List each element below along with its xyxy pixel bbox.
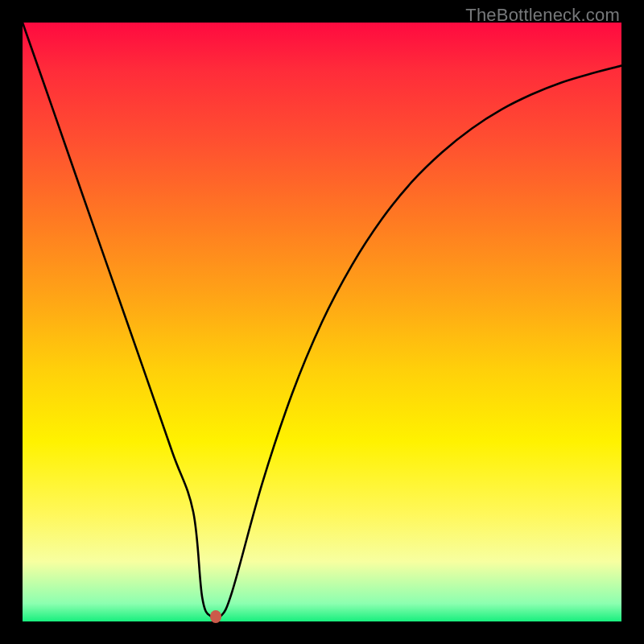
bottleneck-curve (23, 23, 621, 620)
optimum-marker (210, 610, 221, 623)
chart-frame: TheBottleneck.com (0, 0, 644, 644)
curve-svg (23, 23, 621, 621)
plot-area (23, 23, 621, 621)
